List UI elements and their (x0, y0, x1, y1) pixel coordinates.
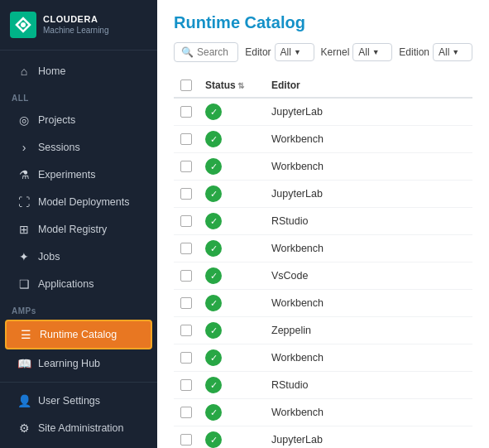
nav-label-runtime-catalog: Runtime Catalog (40, 329, 117, 340)
row-checkbox-12[interactable] (180, 434, 192, 446)
search-input[interactable] (197, 46, 231, 58)
sidebar-item-learning-hub[interactable]: 📖Learning Hub (5, 350, 152, 377)
edition-filter-value: All (439, 46, 449, 58)
row-editor-cell: Workbench (265, 399, 472, 426)
table-row: ✓ JupyterLab (174, 426, 472, 449)
row-check-cell (174, 208, 199, 235)
table-header-row: Status ⇅ Editor (174, 74, 472, 98)
sidebar-item-runtime-catalog[interactable]: ☰Runtime Catalog (5, 320, 152, 349)
nav-icon-site-administration: ⚙ (17, 421, 31, 436)
nav-icon-sessions: › (17, 140, 31, 155)
select-all-checkbox[interactable] (180, 79, 192, 91)
row-checkbox-3[interactable] (180, 188, 192, 200)
row-checkbox-1[interactable] (180, 133, 192, 145)
row-check-cell (174, 344, 199, 372)
row-checkbox-10[interactable] (180, 379, 192, 391)
section-label-section-amps: AMPs (0, 298, 157, 319)
sidebar-item-applications[interactable]: ❑Applications (5, 271, 152, 297)
row-status-cell: ✓ (199, 153, 265, 181)
kernel-filter-select[interactable]: All ▼ (352, 43, 392, 61)
nav-label-learning-hub: Learning Hub (38, 358, 100, 369)
row-checkbox-11[interactable] (180, 407, 192, 418)
row-editor-cell: VsCode (265, 263, 472, 290)
sidebar-item-jobs[interactable]: ✦Jobs (5, 243, 152, 270)
row-status-cell: ✓ (199, 126, 265, 153)
nav-icon-projects: ◎ (17, 113, 31, 128)
row-checkbox-5[interactable] (180, 243, 192, 254)
table-row: ✓ JupyterLab (174, 98, 472, 126)
row-editor-cell: Workbench (265, 290, 472, 317)
nav-icon-jobs: ✦ (17, 249, 31, 264)
table-row: ✓ Zeppelin (174, 317, 472, 344)
row-editor-cell: Workbench (265, 153, 472, 181)
table-row: ✓ VsCode (174, 263, 472, 290)
nav-label-experiments: Experiments (38, 169, 95, 181)
row-checkbox-6[interactable] (180, 270, 192, 282)
col-header-editor: Editor (265, 74, 472, 98)
row-check-cell (174, 153, 199, 181)
kernel-filter-label: Kernel (321, 46, 350, 58)
sidebar-item-user-settings[interactable]: 👤User Settings (5, 388, 152, 414)
nav-label-home: Home (38, 65, 65, 77)
search-icon: 🔍 (181, 46, 194, 58)
row-check-cell (174, 317, 199, 344)
sidebar-item-projects[interactable]: ◎Projects (5, 107, 152, 133)
status-col-label: Status (205, 79, 236, 91)
main-content: Runtime Catalog 🔍 Editor All ▼ Kernel Al… (157, 0, 489, 448)
table-row: ✓ Workbench (174, 399, 472, 426)
row-status-cell: ✓ (199, 208, 265, 235)
row-check-cell (174, 263, 199, 290)
row-checkbox-0[interactable] (180, 106, 192, 118)
sidebar-item-experiments[interactable]: ⚗Experiments (5, 161, 152, 188)
row-checkbox-4[interactable] (180, 215, 192, 227)
row-status-cell: ✓ (199, 399, 265, 426)
row-checkbox-7[interactable] (180, 297, 192, 309)
edition-filter-select[interactable]: All ▼ (433, 43, 472, 61)
status-check-icon-8: ✓ (205, 322, 222, 339)
editor-filter-value: All (280, 46, 291, 58)
sidebar-item-model-deployments[interactable]: ⛶Model Deployments (5, 189, 152, 215)
nav-icon-learning-hub: 📖 (17, 356, 31, 371)
sidebar-item-sessions[interactable]: ›Sessions (5, 134, 152, 161)
table-row: ✓ Workbench (174, 235, 472, 263)
table-row: ✓ Workbench (174, 126, 472, 153)
main-header: Runtime Catalog 🔍 Editor All ▼ Kernel Al… (157, 0, 489, 74)
nav-label-applications: Applications (38, 278, 93, 290)
nav-icon-model-registry: ⊞ (17, 222, 31, 237)
nav-label-jobs: Jobs (38, 251, 60, 263)
sidebar-item-site-administration[interactable]: ⚙Site Administration (5, 415, 152, 441)
nav-icon-user-settings: 👤 (17, 393, 31, 408)
status-check-icon-7: ✓ (205, 295, 222, 311)
toolbar: 🔍 Editor All ▼ Kernel All ▼ Edition (174, 42, 472, 62)
table-row: ✓ Workbench (174, 290, 472, 317)
sidebar-item-model-registry[interactable]: ⊞Model Registry (5, 216, 152, 243)
logo: CLOUDERA Machine Learning (0, 0, 157, 51)
row-check-cell (174, 399, 199, 426)
row-check-cell (174, 235, 199, 263)
row-checkbox-9[interactable] (180, 352, 192, 364)
row-status-cell: ✓ (199, 181, 265, 208)
row-checkbox-8[interactable] (180, 325, 192, 336)
chevron-down-icon2: ▼ (372, 48, 380, 56)
status-check-icon-4: ✓ (205, 213, 222, 229)
row-editor-cell: Workbench (265, 126, 472, 153)
sidebar-item-home[interactable]: ⌂Home (5, 58, 152, 84)
editor-filter-group: Editor All ▼ (245, 43, 314, 61)
row-editor-cell: JupyterLab (265, 181, 472, 208)
col-header-status[interactable]: Status ⇅ (199, 74, 265, 98)
search-box[interactable]: 🔍 (174, 42, 238, 62)
status-check-icon-10: ✓ (205, 377, 222, 393)
table-row: ✓ JupyterLab (174, 181, 472, 208)
row-check-cell (174, 98, 199, 126)
row-status-cell: ✓ (199, 372, 265, 399)
row-editor-cell: Zeppelin (265, 317, 472, 344)
row-checkbox-2[interactable] (180, 161, 192, 172)
brand-sub: Machine Learning (43, 26, 109, 36)
edition-filter-label: Edition (399, 46, 429, 58)
nav-label-model-registry: Model Registry (38, 224, 107, 235)
chevron-down-icon: ▼ (294, 48, 301, 56)
sort-icon: ⇅ (237, 81, 244, 90)
nav-icon-home: ⌂ (17, 64, 31, 79)
table-container: Status ⇅ Editor ✓ JupyterLab ✓ Workbench (157, 74, 489, 448)
editor-filter-select[interactable]: All ▼ (275, 43, 314, 61)
